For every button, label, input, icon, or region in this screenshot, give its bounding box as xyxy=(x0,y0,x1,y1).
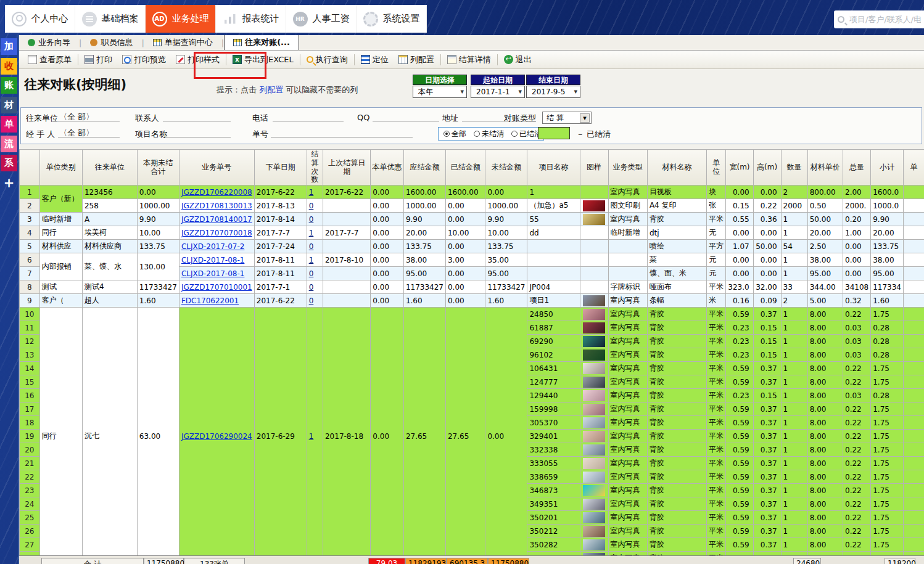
thumbnail-image[interactable] xyxy=(583,444,605,456)
radio-2[interactable]: 未结清 xyxy=(474,129,504,139)
settle-count-link[interactable]: 0 xyxy=(309,242,314,251)
nav-item-3[interactable]: AD业务处理 xyxy=(146,5,216,33)
tab-2[interactable]: 职员信息 xyxy=(81,35,141,50)
date-filter-dropdown[interactable]: 2017-9-5 xyxy=(526,86,580,98)
order-number-link[interactable]: JGZZD1707070018 xyxy=(181,229,252,237)
radio-button-icon xyxy=(511,131,518,137)
thumbnail-image[interactable] xyxy=(583,214,605,225)
table-cell: 8.00 xyxy=(807,457,843,470)
table-cell: 8.00 xyxy=(807,525,843,538)
row-number: 15 xyxy=(20,375,40,389)
thumbnail-image[interactable] xyxy=(583,458,605,469)
nav-item-1[interactable]: 个人中心 xyxy=(5,5,75,33)
table-cell: 0.03 xyxy=(843,348,871,362)
table-cell: 项目1 xyxy=(527,294,580,308)
radio-1[interactable]: 全部 xyxy=(443,129,466,139)
settle-count-link[interactable]: 0 xyxy=(309,215,314,224)
toolbar-button-print-style[interactable]: 打印样式 xyxy=(171,52,225,68)
reconcile-type-select[interactable]: 结 算 xyxy=(542,112,592,124)
filter-input[interactable] xyxy=(163,128,231,137)
thumbnail-image[interactable] xyxy=(583,295,605,306)
global-search-input[interactable] xyxy=(848,14,922,25)
table-cell: 0.37 xyxy=(753,497,781,511)
thumbnail-image[interactable] xyxy=(583,390,605,401)
settle-count-link[interactable]: 1 xyxy=(309,229,314,237)
order-number-link[interactable]: CLJXD-2017-08-1 xyxy=(181,256,245,264)
thumbnail-image[interactable] xyxy=(583,200,605,211)
nav-item-6[interactable]: 系统设置 xyxy=(357,5,427,33)
toolbar-divider xyxy=(497,54,498,65)
thumbnail-image[interactable] xyxy=(583,512,605,523)
settle-count-link[interactable]: 0 xyxy=(309,283,314,292)
order-number-link[interactable]: FDC170622001 xyxy=(181,296,239,305)
side-module-button-5[interactable]: 单 xyxy=(1,116,17,133)
toolbar-button-search[interactable]: 执行查询 xyxy=(302,52,353,68)
nav-item-5[interactable]: HR人事工资 xyxy=(286,5,357,33)
order-number-link[interactable]: CLJXD-2017-07-2 xyxy=(181,242,245,251)
filter-input[interactable] xyxy=(163,112,231,121)
row-number: 18 xyxy=(20,416,40,430)
nav-item-2[interactable]: 基础档案 xyxy=(75,5,146,33)
thumbnail-image[interactable] xyxy=(583,472,605,483)
table-cell: 0.00 xyxy=(445,240,485,253)
toolbar-button-printer[interactable]: 打印 xyxy=(80,52,117,68)
table-row: 10同行沉七63.00JGZZD17062900242017-6-2912017… xyxy=(20,308,924,321)
side-module-button-6[interactable]: 流 xyxy=(1,136,17,152)
toolbar-button-locate[interactable]: 定位 xyxy=(356,52,394,68)
tab-1[interactable]: 业务向导 xyxy=(19,35,79,50)
toolbar-button-view-doc[interactable]: 查看原单 xyxy=(23,52,76,68)
filter-input[interactable]: 〈全 部〉 xyxy=(58,128,120,137)
toolbar-button-details[interactable]: 结算详情 xyxy=(442,52,496,68)
thumbnail-image[interactable] xyxy=(583,499,605,510)
order-number-link[interactable]: JGZZD1706220008 xyxy=(181,188,252,197)
date-filter-dropdown[interactable]: 2017-1-1 xyxy=(471,86,525,98)
filter-input[interactable] xyxy=(271,128,413,137)
order-number-link[interactable]: CLJXD-2017-08-1 xyxy=(181,269,245,278)
settle-count-link[interactable]: 0 xyxy=(309,269,314,278)
thumbnail-image[interactable] xyxy=(583,363,605,374)
thumbnail-image[interactable] xyxy=(583,539,605,550)
order-number-link[interactable]: JGZZD1708140017 xyxy=(181,215,252,224)
thumbnail-image[interactable] xyxy=(583,404,605,415)
date-filter-dropdown[interactable]: 本年 xyxy=(413,86,467,98)
toolbar-button-exit[interactable]: 退出 xyxy=(499,52,537,68)
thumbnail-image[interactable] xyxy=(583,485,605,496)
side-module-button-7[interactable]: 系 xyxy=(1,155,17,171)
side-module-button-8[interactable]: ＋ xyxy=(1,174,17,191)
thumbnail-image[interactable] xyxy=(583,322,605,333)
order-number-link[interactable]: JGZZD1707010001 xyxy=(181,283,252,292)
table-cell: 0.59 xyxy=(726,308,753,321)
side-module-button-1[interactable]: 加 xyxy=(1,38,17,55)
thumbnail-image[interactable] xyxy=(583,377,605,388)
settle-count-link[interactable]: 1 xyxy=(309,188,314,197)
side-module-button-2[interactable]: 收 xyxy=(1,58,17,75)
settle-count-link[interactable]: 0 xyxy=(309,296,314,305)
settle-count-link[interactable]: 1 xyxy=(309,256,314,264)
toolbar-button-print-preview[interactable]: 打印预览 xyxy=(117,52,171,68)
thumbnail-image[interactable] xyxy=(583,431,605,442)
side-module-button-3[interactable]: 账 xyxy=(1,77,17,94)
thumbnail-image[interactable] xyxy=(583,349,605,361)
settle-count-link[interactable]: 0 xyxy=(309,202,314,210)
side-module-button-4[interactable]: 材 xyxy=(1,97,17,113)
filter-input[interactable] xyxy=(273,112,344,121)
thumbnail-image[interactable] xyxy=(583,336,605,347)
order-number-link[interactable]: JGZZD1708130013 xyxy=(181,202,252,210)
nav-item-4[interactable]: 报表统计 xyxy=(216,5,286,33)
toolbar-button-excel[interactable]: 导出到EXCEL xyxy=(228,52,299,68)
tab-3[interactable]: 单据查询中心 xyxy=(144,35,221,50)
global-search[interactable] xyxy=(834,10,924,28)
filter-input[interactable]: 〈全 部〉 xyxy=(58,112,120,121)
table-cell xyxy=(580,267,608,280)
settle-count-link[interactable]: 1 xyxy=(309,432,314,441)
filter-input[interactable] xyxy=(373,112,439,121)
row-number: 26 xyxy=(20,525,40,538)
thumbnail-image[interactable] xyxy=(583,417,605,428)
radio-3[interactable]: 已结清 xyxy=(511,129,542,139)
order-number-link[interactable]: JGZZD1706290024 xyxy=(181,432,252,441)
thumbnail-image[interactable] xyxy=(583,309,605,320)
thumbnail-image[interactable] xyxy=(583,526,605,537)
column-config-link[interactable]: 列配置 xyxy=(259,85,283,94)
tab-4[interactable]: 往来对账(... xyxy=(224,35,299,50)
toolbar-button-columns[interactable]: 列配置 xyxy=(394,52,439,68)
